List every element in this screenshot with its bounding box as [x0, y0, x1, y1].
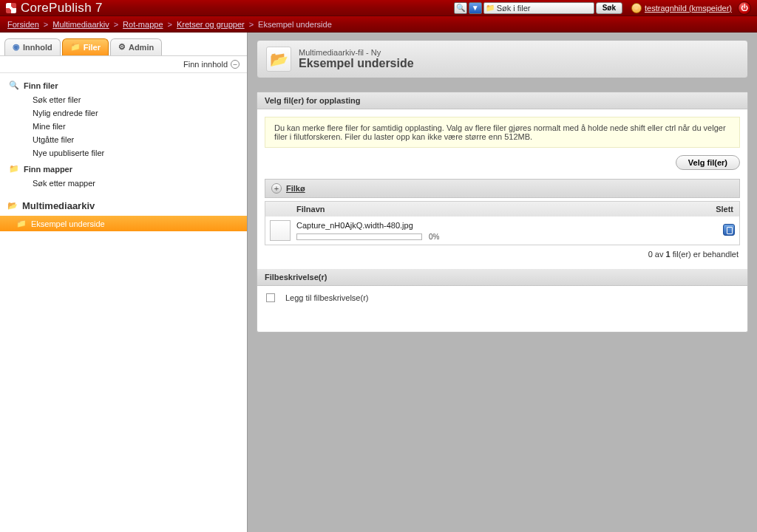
crumb-rot-mappe[interactable]: Rot-mappe	[123, 20, 163, 29]
nav-sok-etter-filer[interactable]: Søk etter filer	[33, 93, 247, 106]
page-subtitle: Multimediaarkiv-fil - Ny	[299, 48, 414, 57]
sidebar: ◉ Innhold 📁 Filer ⚙ Admin Finn innhold –…	[0, 33, 248, 532]
content-card: Velg fil(er) for opplasting Du kan merke…	[257, 92, 748, 332]
folder-icon: 📁	[70, 42, 81, 52]
search-scope-chip[interactable]: 📁 Søk i filer	[483, 2, 594, 14]
gear-icon: ⚙	[118, 42, 126, 52]
nav-nye-upubliserte[interactable]: Nye upubliserte filer	[33, 146, 247, 160]
logout-button[interactable]: ⏻	[738, 1, 751, 15]
user-cluster: testragnhild (kmspeider)	[631, 3, 732, 13]
sidebar-tabs: ◉ Innhold 📁 Filer ⚙ Admin	[0, 33, 247, 56]
upload-progress-pct: 0%	[429, 233, 439, 241]
tab-innhold[interactable]: ◉ Innhold	[4, 38, 61, 55]
search-scope-label: Søk i filer	[497, 4, 531, 13]
file-table-head: Filnavn Slett	[265, 202, 739, 216]
col-filnavn: Filnavn	[265, 202, 710, 216]
add-filedesc-checkbox[interactable]	[266, 293, 275, 302]
plus-icon: +	[271, 183, 282, 194]
avatar	[631, 3, 642, 13]
top-bar: CorePublish 7 🔍 ▼ 📁 Søk i filer Søk test…	[0, 0, 757, 16]
crumb-kretser[interactable]: Kretser og grupper	[177, 20, 245, 29]
tab-admin-label: Admin	[129, 43, 154, 52]
finn-mapper-label: Finn mapper	[24, 165, 72, 174]
folder-icon: 📁	[9, 164, 19, 174]
file-row: Capture_nH0AjkQ.width-480.jpg 0%	[265, 216, 739, 245]
brand-title: CorePublish 7	[21, 1, 103, 16]
archive-label: Multimediaarkiv	[22, 200, 95, 211]
filedesc-head: Filbeskrivelse(r)	[257, 269, 747, 286]
crumb-current: Eksempel underside	[258, 20, 332, 29]
upload-section-head: Velg fil(er) for opplasting	[257, 92, 747, 109]
add-filedesc-label: Legg til filbeskrivelse(r)	[285, 293, 368, 302]
tab-innhold-label: Innhold	[23, 43, 52, 52]
file-thumbnail	[270, 220, 291, 241]
main-pane: 📂 Multimediaarkiv-fil - Ny Eksempel unde…	[248, 33, 757, 532]
search-icon: 🔍	[9, 81, 19, 90]
file-queue-header[interactable]: + Filkø	[265, 179, 740, 198]
col-slett: Slett	[710, 202, 739, 216]
search-scope-dropdown-icon[interactable]: ▼	[469, 2, 482, 14]
crumb-multimediaarkiv[interactable]: Multimediaarkiv	[52, 20, 109, 29]
file-queue-label: Filkø	[286, 184, 305, 193]
page-header: 📂 Multimediaarkiv-fil - Ny Eksempel unde…	[257, 40, 748, 78]
archive-head[interactable]: 📂 Multimediaarkiv	[0, 196, 247, 216]
select-files-button[interactable]: Velg fil(er)	[676, 155, 740, 170]
finn-mapper-head[interactable]: 📁 Finn mapper	[0, 161, 247, 177]
page-title: Eksempel underside	[299, 57, 414, 70]
nav-nylig-endrede[interactable]: Nylig endrede filer	[33, 106, 247, 120]
tree-item-label: Eksempel underside	[31, 219, 105, 228]
finn-filer-label: Finn filer	[24, 81, 58, 90]
folder-icon: 📁	[486, 4, 495, 12]
finn-innhold-label: Finn innhold	[183, 60, 228, 69]
user-link[interactable]: testragnhild (kmspeider)	[645, 4, 732, 13]
tab-filer[interactable]: 📁 Filer	[62, 38, 109, 55]
globe-icon: ◉	[13, 42, 20, 52]
brand-logo-icon	[6, 3, 16, 13]
tab-admin[interactable]: ⚙ Admin	[110, 38, 162, 55]
folder-icon: 📁	[16, 219, 27, 228]
crumb-forsiden[interactable]: Forsiden	[7, 20, 39, 29]
finn-filer-head[interactable]: 🔍 Finn filer	[0, 78, 247, 93]
upload-progress-bar	[296, 233, 422, 240]
finn-innhold-toggle[interactable]: Finn innhold –	[0, 56, 247, 73]
nav-utgatte-filer[interactable]: Utgåtte filer	[33, 133, 247, 146]
file-table: Filnavn Slett Capture_nH0AjkQ.width-480.…	[265, 201, 740, 245]
tree-item-selected[interactable]: 📁 Eksempel underside	[0, 216, 247, 231]
upload-info: Du kan merke flere filer for samtidig op…	[265, 117, 740, 148]
add-filedesc-row[interactable]: Legg til filbeskrivelse(r)	[257, 286, 747, 310]
search-button[interactable]: Søk	[596, 2, 622, 14]
delete-file-button[interactable]	[723, 224, 735, 236]
breadcrumb: Forsiden> Multimediaarkiv> Rot-mappe> Kr…	[0, 16, 757, 33]
nav-mine-filer[interactable]: Mine filer	[33, 120, 247, 133]
nav-sok-etter-mapper[interactable]: Søk etter mapper	[33, 177, 247, 190]
upload-summary: 0 av 1 fil(er) er behandlet	[257, 245, 747, 269]
search-icon[interactable]: 🔍	[454, 2, 467, 14]
tab-filer-label: Filer	[84, 43, 101, 52]
file-name: Capture_nH0AjkQ.width-480.jpg	[296, 221, 699, 232]
page-icon: 📂	[266, 47, 291, 72]
folder-open-icon: 📂	[7, 201, 18, 211]
search-cluster: 🔍 ▼ 📁 Søk i filer Søk	[454, 2, 622, 14]
collapse-icon: –	[231, 60, 240, 69]
